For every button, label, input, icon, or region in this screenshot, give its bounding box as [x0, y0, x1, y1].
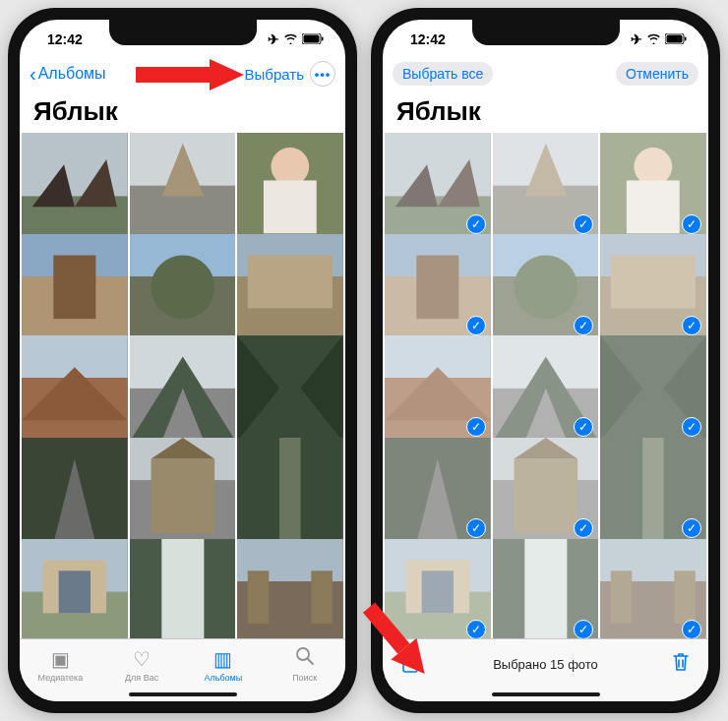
tab-library[interactable]: ▣ Медиатека — [20, 639, 101, 690]
check-icon: ✓ — [466, 417, 486, 437]
select-all-button[interactable]: Выбрать все — [393, 62, 493, 86]
photo-thumb[interactable]: ✓ — [493, 133, 599, 239]
photo-thumb[interactable]: ✓ — [385, 335, 491, 442]
photo-thumb[interactable] — [22, 234, 128, 340]
photo-thumb[interactable] — [22, 539, 128, 638]
selection-count: Выбрано 15 фото — [493, 657, 598, 672]
svg-rect-50 — [136, 67, 210, 83]
home-indicator[interactable] — [492, 692, 600, 696]
airplane-icon: ✈ — [631, 31, 642, 47]
svg-rect-59 — [493, 133, 599, 186]
status-time: 12:42 — [47, 31, 83, 47]
photo-thumb[interactable] — [22, 335, 128, 442]
svg-rect-73 — [611, 256, 696, 309]
page-title: Яблык — [20, 92, 345, 133]
photo-thumb[interactable]: ✓ — [493, 234, 599, 340]
svg-marker-87 — [514, 438, 577, 459]
photo-thumb[interactable] — [22, 438, 128, 544]
delete-button[interactable] — [671, 651, 691, 678]
svg-rect-71 — [600, 234, 706, 276]
photo-thumb[interactable] — [22, 133, 128, 239]
check-icon: ✓ — [574, 518, 593, 538]
phone-left: 12:42 ✈ ‹ Альбомы Выбрать — [8, 8, 357, 713]
svg-rect-41 — [59, 571, 91, 613]
photo-thumb[interactable]: ✓ — [600, 234, 706, 340]
check-icon: ✓ — [466, 518, 486, 538]
svg-rect-54 — [685, 37, 687, 41]
svg-rect-74 — [385, 335, 491, 378]
notch — [109, 20, 257, 45]
photo-thumb[interactable] — [237, 539, 343, 638]
svg-rect-68 — [493, 234, 599, 276]
svg-rect-86 — [514, 458, 577, 532]
wifi-icon — [646, 31, 661, 47]
library-icon: ▣ — [51, 647, 70, 671]
photo-grid[interactable]: ✓ ✓ ✓ ✓ ✓ ✓ ✓ ✓ ✓ ✓ ✓ ✓ ✓ ✓ ✓ — [383, 133, 708, 638]
svg-rect-12 — [264, 180, 317, 233]
photo-thumb[interactable] — [130, 234, 236, 340]
cancel-button[interactable]: Отменить — [616, 62, 698, 86]
svg-rect-89 — [642, 438, 664, 544]
svg-marker-57 — [395, 164, 438, 207]
tab-label: Медиатека — [38, 673, 84, 683]
photo-thumb[interactable] — [130, 539, 236, 638]
tab-albums[interactable]: ▥ Альбомы — [183, 639, 265, 690]
page-title: Яблык — [383, 92, 708, 133]
check-icon: ✓ — [682, 518, 701, 538]
svg-rect-47 — [312, 571, 334, 624]
svg-rect-64 — [627, 180, 680, 233]
select-button[interactable]: Выбрать — [245, 66, 304, 83]
photo-thumb[interactable] — [237, 234, 343, 340]
svg-rect-46 — [248, 571, 270, 624]
photo-thumb[interactable]: ✓ — [600, 335, 706, 442]
svg-marker-61 — [524, 144, 567, 197]
photo-thumb[interactable]: ✓ — [493, 438, 599, 544]
photo-thumb[interactable] — [130, 133, 236, 239]
heart-icon: ♡ — [133, 647, 151, 671]
photo-thumb[interactable] — [237, 133, 343, 239]
tab-search[interactable]: Поиск — [264, 639, 345, 690]
photo-thumb[interactable] — [237, 335, 343, 442]
screen: 12:42 ✈ ‹ Альбомы Выбрать — [20, 20, 345, 701]
svg-rect-90 — [385, 539, 491, 592]
svg-rect-77 — [493, 335, 599, 389]
photo-thumb[interactable]: ✓ — [600, 438, 706, 544]
search-icon — [295, 646, 315, 671]
photo-thumb[interactable]: ✓ — [600, 133, 706, 239]
svg-line-49 — [308, 659, 313, 664]
photo-thumb[interactable] — [130, 438, 236, 544]
home-indicator[interactable] — [129, 692, 237, 696]
back-button[interactable]: ‹ Альбомы — [30, 63, 106, 86]
phone-right: 12:42 ✈ Выбрать все Отменить Яблык ✓ — [371, 8, 720, 713]
photo-thumb[interactable]: ✓ — [600, 539, 706, 638]
photo-thumb[interactable]: ✓ — [385, 234, 491, 340]
ellipsis-icon: ••• — [315, 67, 332, 82]
photo-thumb[interactable] — [130, 335, 236, 442]
check-icon: ✓ — [682, 417, 701, 437]
check-icon: ✓ — [574, 316, 593, 335]
photo-grid[interactable] — [20, 133, 345, 638]
photo-thumb[interactable]: ✓ — [493, 335, 599, 442]
battery-icon — [665, 31, 687, 47]
svg-rect-15 — [53, 256, 95, 320]
svg-rect-101 — [363, 602, 410, 653]
photo-thumb[interactable]: ✓ — [385, 133, 491, 239]
photo-thumb[interactable]: ✓ — [493, 539, 599, 638]
svg-rect-95 — [524, 539, 567, 638]
svg-marker-79 — [524, 389, 567, 442]
photo-thumb[interactable]: ✓ — [385, 438, 491, 544]
photo-thumb[interactable] — [237, 438, 343, 544]
svg-rect-67 — [416, 256, 458, 320]
svg-point-18 — [151, 256, 214, 320]
annotation-arrow — [136, 55, 244, 94]
battery-icon — [302, 31, 324, 47]
svg-rect-53 — [667, 35, 683, 43]
status-time: 12:42 — [410, 31, 446, 47]
tab-foryou[interactable]: ♡ Для Вас — [101, 639, 183, 690]
more-button[interactable]: ••• — [310, 61, 335, 87]
check-icon: ✓ — [466, 214, 486, 234]
wifi-icon — [283, 31, 298, 47]
tab-label: Поиск — [292, 673, 317, 683]
check-icon: ✓ — [574, 620, 593, 638]
back-label: Альбомы — [38, 65, 106, 83]
